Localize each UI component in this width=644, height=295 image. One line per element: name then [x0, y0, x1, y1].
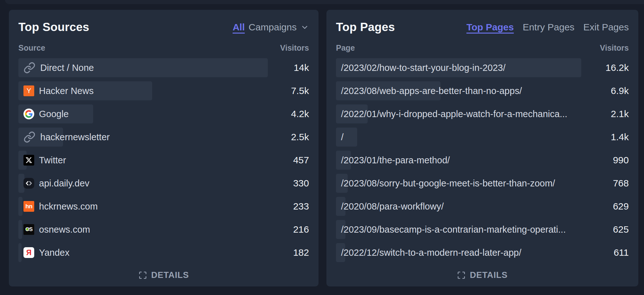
expand-icon	[457, 271, 466, 279]
source-row[interactable]: hn hckrnews.com 233	[18, 197, 309, 216]
source-column-header: Source	[18, 43, 45, 53]
row-label[interactable]: /2023/01/the-para-method/	[341, 155, 450, 166]
link-icon	[23, 132, 35, 142]
page-row[interactable]: /2022/01/why-i-dropped-apple-watch-for-a…	[336, 104, 629, 123]
campaigns-dropdown-label[interactable]: Campaigns	[248, 22, 297, 33]
expand-icon	[138, 271, 147, 279]
source-row[interactable]: Google 4.2k	[18, 104, 309, 123]
details-label: DETAILS	[151, 270, 189, 280]
link-icon	[23, 62, 35, 73]
page-row[interactable]: / 1.4k	[336, 128, 629, 147]
row-visitors-value: 16.2k	[606, 62, 629, 73]
source-row[interactable]: hackernewsletter 2.5k	[18, 128, 309, 147]
campaigns-dropdown-selected[interactable]: All	[233, 22, 245, 33]
row-label[interactable]: /2022/01/why-i-dropped-apple-watch-for-a…	[341, 109, 567, 119]
row-label[interactable]: Yandex	[39, 248, 69, 258]
row-label[interactable]: api.daily.dev	[39, 178, 89, 189]
page-row[interactable]: /2023/02/how-to-start-your-blog-in-2023/…	[336, 58, 629, 77]
top-pages-title: Top Pages	[336, 21, 395, 34]
pages-details-button[interactable]: DETAILS	[326, 270, 638, 280]
row-visitors-value: 768	[613, 178, 629, 189]
row-visitors-value: 2.5k	[291, 132, 309, 142]
row-visitors-value: 233	[293, 201, 309, 212]
sources-details-button[interactable]: DETAILS	[9, 270, 319, 280]
osnews-icon: OS	[23, 224, 34, 235]
visitors-column-header: Visitors	[280, 43, 309, 53]
details-label: DETAILS	[470, 270, 507, 280]
row-label[interactable]: /	[341, 132, 344, 142]
hckrnews-icon: hn	[23, 201, 34, 212]
top-sources-panel: Top Sources All Campaigns Source Visitor…	[9, 10, 319, 286]
row-label[interactable]: Direct / None	[40, 63, 94, 73]
page-row[interactable]: /2023/08/sorry-but-google-meet-is-better…	[336, 174, 629, 193]
row-label[interactable]: Google	[39, 109, 69, 119]
row-label[interactable]: osnews.com	[39, 224, 90, 235]
analytics-dashboard: Top Sources All Campaigns Source Visitor…	[0, 0, 644, 295]
row-visitors-value: 1.4k	[611, 132, 629, 142]
source-row[interactable]: Я Yandex 182	[18, 243, 309, 262]
top-pages-panel: Top Pages Top PagesEntry PagesExit Pages…	[326, 10, 638, 286]
row-visitors-value: 6.9k	[611, 85, 629, 96]
row-label[interactable]: Twitter	[39, 155, 66, 166]
row-visitors-value: 625	[613, 224, 629, 235]
source-row[interactable]: Y Hacker News 7.5k	[18, 81, 309, 100]
page-row[interactable]: /2023/09/basecamp-is-a-contrarian-market…	[336, 220, 629, 239]
campaigns-dropdown[interactable]: All Campaigns	[233, 22, 309, 33]
row-visitors-value: 2.1k	[611, 109, 629, 119]
source-row[interactable]: OS osnews.com 216	[18, 220, 309, 239]
row-label[interactable]: /2023/02/how-to-start-your-blog-in-2023/	[341, 63, 506, 73]
page-row[interactable]: /2022/12/switch-to-a-modern-read-later-a…	[336, 243, 629, 262]
row-visitors-value: 611	[614, 247, 629, 258]
dailydev-icon	[23, 178, 34, 189]
row-visitors-value: 182	[293, 247, 309, 258]
page-row[interactable]: /2020/08/para-workflowy/ 629	[336, 197, 629, 216]
twitter-x-icon	[23, 155, 34, 166]
row-label[interactable]: /2020/08/para-workflowy/	[341, 201, 444, 212]
chevron-down-icon	[300, 23, 309, 32]
row-label[interactable]: hckrnews.com	[39, 201, 98, 212]
row-label[interactable]: /2023/08/web-apps-are-better-than-no-app…	[341, 86, 522, 96]
row-label[interactable]: Hacker News	[39, 86, 93, 96]
tab-top-pages[interactable]: Top Pages	[467, 22, 514, 33]
row-visitors-value: 330	[293, 178, 309, 189]
page-row[interactable]: /2023/08/web-apps-are-better-than-no-app…	[336, 81, 629, 100]
source-row[interactable]: api.daily.dev 330	[18, 174, 309, 193]
page-row[interactable]: /2023/01/the-para-method/ 990	[336, 151, 629, 170]
yandex-icon: Я	[23, 247, 34, 258]
visitors-column-header: Visitors	[600, 43, 629, 53]
row-label[interactable]: /2023/08/sorry-but-google-meet-is-better…	[341, 178, 555, 189]
tab-entry-pages[interactable]: Entry Pages	[523, 22, 574, 33]
row-visitors-value: 457	[293, 155, 309, 166]
pages-tab-bar: Top PagesEntry PagesExit Pages	[467, 22, 629, 33]
row-visitors-value: 629	[613, 201, 629, 212]
source-row[interactable]: Twitter 457	[18, 151, 309, 170]
row-label[interactable]: /2023/09/basecamp-is-a-contrarian-market…	[341, 224, 566, 235]
google-icon	[23, 109, 34, 119]
row-label[interactable]: hackernewsletter	[40, 132, 110, 142]
row-visitors-value: 4.2k	[291, 109, 309, 119]
row-visitors-value: 990	[613, 155, 629, 166]
row-visitors-value: 216	[293, 224, 309, 235]
row-visitors-value: 14k	[294, 62, 309, 73]
tab-exit-pages[interactable]: Exit Pages	[583, 22, 629, 33]
row-visitors-value: 7.5k	[291, 85, 309, 96]
chart-panel-bottom-edge	[5, 0, 644, 4]
source-row[interactable]: Direct / None 14k	[18, 58, 309, 77]
row-label[interactable]: /2022/12/switch-to-a-modern-read-later-a…	[341, 248, 521, 258]
hackernews-icon: Y	[23, 85, 34, 96]
page-column-header: Page	[336, 43, 355, 53]
top-sources-title: Top Sources	[18, 21, 89, 34]
